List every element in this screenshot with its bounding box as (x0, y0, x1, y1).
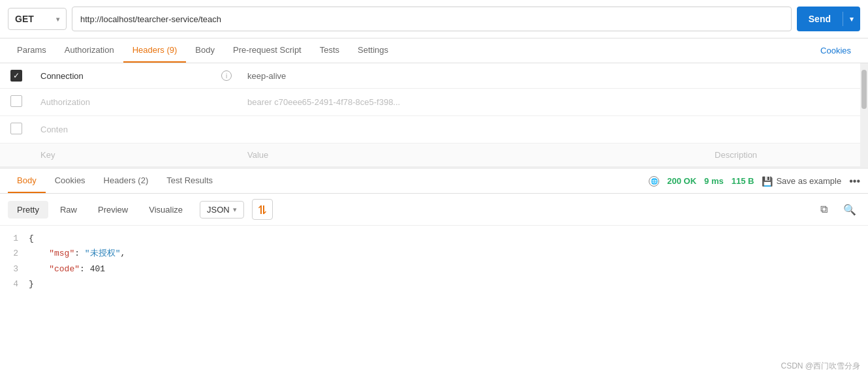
format-json-chevron-icon: ▾ (233, 205, 237, 214)
tab-params[interactable]: Params (8, 38, 55, 63)
response-meta: 🌐 200 OK 9 ms 115 B 💾 Save as example ••… (649, 175, 860, 187)
table-row: Authorization bearer c70eee65-2491-4f78-… (0, 89, 868, 116)
globe-icon: 🌐 (649, 176, 659, 187)
info-col: i (213, 63, 240, 89)
code-content: "code": 401 (29, 262, 105, 277)
more-options-icon[interactable]: ••• (849, 175, 860, 187)
header-key-authorization[interactable]: Authorization (33, 89, 213, 116)
url-bar: GET ▾ Send ▾ (0, 0, 868, 38)
response-size: 115 B (732, 176, 754, 186)
format-json-label: JSON (207, 205, 230, 215)
header-value-connection[interactable]: keep-alive (240, 63, 707, 89)
headers-count: (9) (166, 45, 177, 55)
header-desc-connection[interactable] (707, 63, 868, 89)
line-number: 1 (8, 231, 18, 246)
response-status: 200 OK (667, 176, 696, 186)
copy-icon: ⧉ (820, 204, 828, 215)
checkbox-authorization[interactable] (10, 95, 22, 107)
url-input[interactable] (72, 7, 792, 31)
wrap-icon: ⇌ (255, 205, 270, 215)
table-row: Connection i keep-alive (0, 63, 868, 89)
scrollbar[interactable] (860, 63, 868, 167)
line-number: 2 (8, 246, 18, 261)
response-section: Body Cookies Headers (2) Test Results 🌐 … (0, 167, 868, 297)
headers-table: Connection i keep-alive Authorization be… (0, 63, 868, 167)
scrollbar-thumb[interactable] (861, 70, 867, 109)
fmt-tab-preview[interactable]: Preview (89, 201, 137, 219)
save-example-label: Save as example (776, 176, 841, 186)
search-button[interactable]: 🔍 (839, 199, 860, 220)
code-line-3: 3 "code": 401 (8, 262, 860, 277)
json-value-code: 401 (90, 264, 105, 274)
save-icon: 💾 (762, 176, 773, 187)
send-dropdown-icon[interactable]: ▾ (843, 15, 860, 23)
code-content: "msg": "未授权", (29, 246, 125, 261)
response-tabs-bar: Body Cookies Headers (2) Test Results 🌐 … (0, 169, 868, 194)
header-key-conten[interactable]: Conten (33, 116, 213, 143)
json-value-msg: "未授权" (85, 249, 121, 258)
header-key-connection[interactable]: Connection (33, 63, 213, 89)
tab-cookies[interactable]: Cookies (811, 39, 860, 62)
copy-button[interactable]: ⧉ (813, 199, 834, 220)
code-line-4: 4 } (8, 277, 860, 292)
tab-headers[interactable]: Headers (9) (123, 38, 187, 63)
response-tab-body[interactable]: Body (8, 169, 46, 193)
line-number: 4 (8, 277, 18, 292)
response-time: 9 ms (704, 176, 724, 186)
request-tabs-bar: Params Authorization Headers (9) Body Pr… (0, 38, 868, 63)
tab-authorization[interactable]: Authorization (55, 38, 123, 63)
fmt-tab-raw[interactable]: Raw (51, 201, 86, 219)
header-value-authorization[interactable]: bearer c70eee65-2491-4f78-8ce5-f398... (240, 89, 707, 116)
method-selector[interactable]: GET ▾ (8, 8, 67, 30)
row-checkbox-col[interactable] (0, 63, 33, 89)
send-label: Send (797, 14, 843, 24)
wrap-button[interactable]: ⇌ (252, 199, 273, 220)
format-json-select[interactable]: JSON ▾ (200, 201, 244, 219)
header-desc-placeholder[interactable]: Description (707, 143, 868, 167)
method-chevron-icon: ▾ (56, 16, 59, 23)
json-key-msg: "msg" (49, 249, 74, 258)
header-value-conten[interactable] (240, 116, 707, 143)
line-number: 3 (8, 262, 18, 277)
table-row: Conten (0, 116, 868, 143)
table-row-empty: Key Value Description (0, 143, 868, 167)
method-label: GET (15, 14, 34, 24)
code-area: 1 { 2 "msg": "未授权", 3 "code": 401 4 } (0, 226, 868, 297)
row-checkbox-col[interactable] (0, 116, 33, 143)
tab-settings[interactable]: Settings (349, 38, 397, 63)
code-line-2: 2 "msg": "未授权", (8, 246, 860, 261)
code-content: { (29, 231, 34, 246)
save-example-button[interactable]: 💾 Save as example (762, 176, 841, 187)
checkbox-connection[interactable] (10, 70, 22, 82)
response-tab-test-results[interactable]: Test Results (157, 169, 222, 193)
search-icon: 🔍 (843, 204, 856, 216)
header-value-placeholder[interactable]: Value (240, 143, 707, 167)
send-button[interactable]: Send ▾ (797, 7, 860, 31)
checkbox-conten[interactable] (10, 123, 22, 134)
fmt-tab-visualize[interactable]: Visualize (140, 201, 192, 219)
response-tab-headers[interactable]: Headers (2) (95, 169, 158, 193)
tab-body[interactable]: Body (186, 38, 224, 63)
info-icon-connection[interactable]: i (221, 70, 232, 81)
fmt-tab-pretty[interactable]: Pretty (8, 201, 48, 219)
response-tab-cookies[interactable]: Cookies (46, 169, 95, 193)
tab-tests[interactable]: Tests (311, 38, 349, 63)
tab-pre-request-script[interactable]: Pre-request Script (224, 38, 311, 63)
json-key-code: "code" (49, 264, 80, 274)
header-key-placeholder[interactable]: Key (33, 143, 213, 167)
code-content: } (29, 277, 34, 292)
format-bar: Pretty Raw Preview Visualize JSON ▾ ⇌ ⧉ … (0, 194, 868, 226)
row-checkbox-col[interactable] (0, 89, 33, 116)
code-line-1: 1 { (8, 231, 860, 246)
